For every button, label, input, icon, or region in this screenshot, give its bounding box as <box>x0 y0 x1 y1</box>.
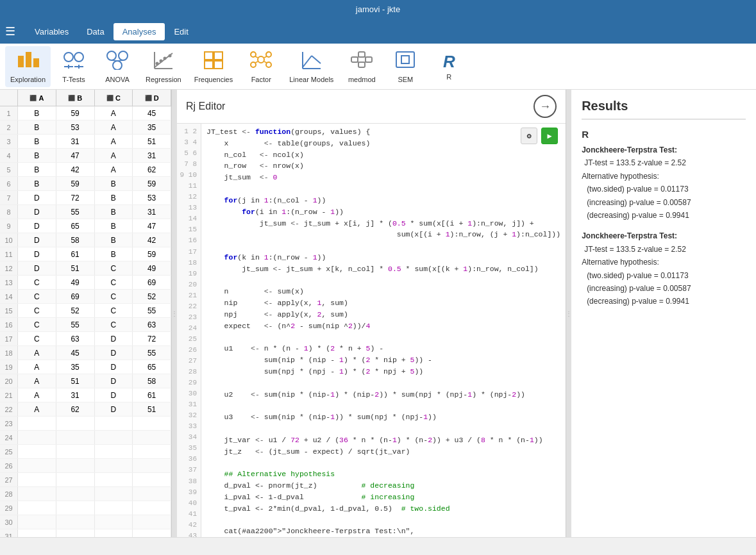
table-cell[interactable] <box>18 515 56 529</box>
table-cell[interactable] <box>56 417 95 430</box>
table-cell[interactable]: 69 <box>56 290 95 303</box>
table-cell[interactable]: 58 <box>133 374 171 388</box>
table-cell[interactable]: 58 <box>56 233 95 247</box>
table-cell[interactable]: B <box>18 177 56 190</box>
table-cell[interactable]: C <box>18 318 56 331</box>
table-cell[interactable]: C <box>95 318 133 331</box>
table-cell[interactable]: 61 <box>133 388 171 402</box>
toolbar-frequencies[interactable]: Frequencies <box>189 46 239 87</box>
table-cell[interactable]: D <box>18 233 56 247</box>
table-cell[interactable]: 55 <box>56 318 95 331</box>
table-row[interactable]: 9D65B47 <box>0 219 171 233</box>
table-cell[interactable]: 31 <box>133 149 171 162</box>
table-cell[interactable]: 47 <box>56 149 95 162</box>
table-row[interactable]: 20A51D58 <box>0 374 171 388</box>
table-cell[interactable]: 59 <box>56 177 95 190</box>
table-cell[interactable] <box>18 445 56 458</box>
table-cell[interactable] <box>56 473 95 486</box>
table-row[interactable]: 25 <box>0 445 171 459</box>
toolbar-regression[interactable]: Regression <box>140 46 187 87</box>
table-row[interactable]: 13C49C69 <box>0 276 171 290</box>
table-row[interactable]: 19A35D65 <box>0 360 171 374</box>
table-cell[interactable]: C <box>18 290 56 303</box>
table-row[interactable]: 3B31A51 <box>0 135 171 149</box>
table-cell[interactable]: 55 <box>56 205 95 219</box>
table-row[interactable]: 23 <box>0 417 171 431</box>
table-cell[interactable]: 51 <box>56 261 95 275</box>
table-cell[interactable]: 49 <box>133 261 171 275</box>
table-row[interactable]: 27 <box>0 473 171 487</box>
table-cell[interactable]: 62 <box>133 163 171 176</box>
run-code-button[interactable]: ▶ <box>541 128 558 144</box>
table-cell[interactable]: 55 <box>133 346 171 360</box>
table-cell[interactable]: A <box>95 106 133 120</box>
table-cell[interactable]: A <box>18 346 56 360</box>
table-row[interactable]: 24 <box>0 431 171 445</box>
table-cell[interactable]: D <box>18 219 56 233</box>
table-cell[interactable]: A <box>18 388 56 402</box>
table-cell[interactable]: 51 <box>56 374 95 388</box>
table-cell[interactable]: C <box>95 261 133 275</box>
table-row[interactable]: 16C55C63 <box>0 318 171 332</box>
table-cell[interactable] <box>56 431 95 444</box>
table-cell[interactable]: D <box>95 374 133 388</box>
table-cell[interactable]: C <box>95 276 133 289</box>
table-cell[interactable]: 53 <box>56 120 95 134</box>
code-editor[interactable]: JT_test <- function(groups, values) { x … <box>201 124 566 537</box>
table-cell[interactable]: C <box>18 304 56 317</box>
table-row[interactable]: 8D55B31 <box>0 205 171 219</box>
table-cell[interactable] <box>133 417 171 430</box>
table-row[interactable]: 29 <box>0 501 171 515</box>
table-cell[interactable] <box>56 487 95 501</box>
table-cell[interactable]: 61 <box>56 247 95 261</box>
table-cell[interactable] <box>95 417 133 430</box>
table-cell[interactable]: 31 <box>133 205 171 219</box>
table-cell[interactable]: D <box>18 261 56 275</box>
table-cell[interactable] <box>18 431 56 444</box>
table-row[interactable]: 30 <box>0 515 171 529</box>
table-cell[interactable] <box>95 487 133 501</box>
table-cell[interactable]: D <box>18 191 56 204</box>
table-cell[interactable]: 59 <box>56 106 95 120</box>
table-cell[interactable] <box>56 515 95 529</box>
table-row[interactable]: 4B47A31 <box>0 149 171 163</box>
table-cell[interactable]: C <box>95 304 133 317</box>
toolbar-sem[interactable]: SEM <box>385 46 426 87</box>
table-cell[interactable]: D <box>95 388 133 402</box>
table-cell[interactable]: 31 <box>56 135 95 148</box>
table-cell[interactable]: C <box>95 290 133 303</box>
table-cell[interactable] <box>56 529 95 537</box>
table-row[interactable]: 26 <box>0 459 171 473</box>
menu-analyses[interactable]: Analyses <box>113 23 165 40</box>
table-row[interactable]: 10D58B42 <box>0 233 171 247</box>
toolbar-exploration[interactable]: Exploration <box>5 46 51 87</box>
table-cell[interactable] <box>95 529 133 537</box>
table-cell[interactable]: 49 <box>56 276 95 289</box>
table-cell[interactable]: C <box>18 332 56 345</box>
table-cell[interactable]: D <box>95 402 133 416</box>
table-row[interactable]: 28 <box>0 487 171 501</box>
table-cell[interactable] <box>133 459 171 472</box>
table-cell[interactable] <box>133 445 171 458</box>
table-row[interactable]: 14C69C52 <box>0 290 171 304</box>
table-cell[interactable]: 42 <box>133 233 171 247</box>
table-row[interactable]: 11D61B59 <box>0 247 171 261</box>
table-cell[interactable] <box>18 473 56 486</box>
table-cell[interactable] <box>133 529 171 537</box>
table-cell[interactable]: 52 <box>56 304 95 317</box>
toolbar-factor[interactable]: Factor <box>240 46 281 87</box>
table-cell[interactable]: 55 <box>133 304 171 317</box>
table-cell[interactable] <box>95 431 133 444</box>
table-cell[interactable]: B <box>95 205 133 219</box>
table-cell[interactable]: 59 <box>133 247 171 261</box>
table-cell[interactable]: B <box>18 135 56 148</box>
table-cell[interactable] <box>56 445 95 458</box>
table-cell[interactable]: A <box>18 360 56 374</box>
table-cell[interactable]: 65 <box>56 219 95 233</box>
code-area[interactable]: 1 2 3 4 5 6 7 8 9 10 11 12 13 14 15 16 1… <box>177 124 566 537</box>
table-cell[interactable]: 63 <box>56 332 95 345</box>
table-cell[interactable]: 62 <box>56 402 95 416</box>
table-cell[interactable] <box>95 459 133 472</box>
table-cell[interactable]: 63 <box>133 318 171 331</box>
toolbar-linear-models[interactable]: Linear Models <box>284 46 339 87</box>
